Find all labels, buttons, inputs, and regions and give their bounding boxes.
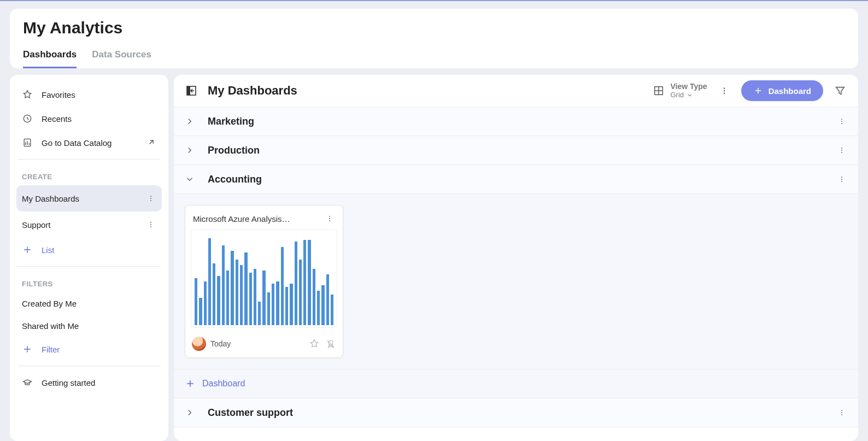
svg-point-24 (329, 218, 330, 219)
chevron-right-icon (185, 116, 195, 126)
svg-point-7 (150, 226, 151, 227)
divider (17, 266, 161, 267)
kebab-icon[interactable] (145, 192, 156, 205)
tab-data-sources[interactable]: Data Sources (92, 49, 151, 68)
new-dashboard-button[interactable]: Dashboard (741, 80, 823, 101)
folder-row-production[interactable]: Production (174, 136, 858, 165)
svg-point-6 (150, 224, 151, 225)
sidebar-getting-started[interactable]: Getting started (16, 371, 162, 395)
folder-name: Marketing (208, 116, 254, 127)
filter-button[interactable] (833, 84, 847, 98)
star-outline-icon[interactable] (309, 338, 320, 349)
header-card: My Analytics Dashboards Data Sources (10, 9, 858, 68)
sidebar-label: Created By Me (22, 299, 77, 308)
svg-point-29 (841, 414, 842, 415)
svg-point-12 (723, 90, 725, 92)
sidebar-label: Recents (42, 114, 72, 124)
sidebar-item-recents[interactable]: Recents (16, 107, 162, 131)
dashboard-card[interactable]: Microsoft Azure Analysis… Today (185, 205, 343, 358)
add-dashboard-row[interactable]: Dashboard (174, 369, 858, 398)
folder-content-accounting: Microsoft Azure Analysis… Today (174, 194, 858, 369)
svg-point-21 (841, 179, 842, 180)
kebab-icon[interactable] (836, 144, 847, 157)
svg-rect-8 (187, 86, 190, 95)
kebab-icon[interactable] (836, 406, 847, 419)
svg-point-22 (841, 181, 842, 182)
sidebar: Favorites Recents Go to Data Catalog CRE… (10, 75, 168, 441)
sidebar-label: Shared with Me (22, 321, 79, 331)
sidebar-filter-shared-with-me[interactable]: Shared with Me (16, 315, 162, 337)
svg-point-14 (841, 119, 842, 120)
page-title: My Analytics (23, 19, 845, 37)
folder-row-customer-support[interactable]: Customer support (174, 398, 858, 427)
graduation-cap-icon (22, 377, 33, 388)
section-create-label: CREATE (16, 164, 162, 185)
badge-off-icon[interactable] (325, 338, 336, 349)
clock-icon (22, 113, 33, 124)
folder-name: Accounting (208, 174, 262, 185)
sidebar-add-list[interactable]: List (16, 238, 162, 262)
main-title: My Dashboards (208, 84, 297, 98)
sidebar-label: Filter (42, 345, 60, 354)
sidebar-item-data-catalog[interactable]: Go to Data Catalog (16, 131, 162, 155)
folder-name: Production (208, 145, 260, 156)
svg-point-13 (723, 92, 725, 94)
folder-row-accounting[interactable]: Accounting (174, 165, 858, 194)
panel-collapse-icon[interactable] (185, 84, 198, 97)
avatar (192, 337, 206, 351)
svg-point-11 (723, 87, 725, 89)
svg-point-26 (329, 340, 333, 345)
plus-icon (22, 344, 33, 355)
main-panel: My Dashboards View Type Grid (174, 75, 858, 441)
sidebar-item-favorites[interactable]: Favorites (16, 83, 162, 107)
chevron-down-icon (686, 91, 694, 99)
chevron-right-icon (185, 145, 195, 155)
svg-point-17 (841, 148, 842, 149)
catalog-icon (22, 137, 33, 148)
svg-point-27 (841, 410, 842, 411)
plus-icon (185, 378, 196, 389)
kebab-icon[interactable] (324, 212, 335, 225)
card-title: Microsoft Azure Analysis… (193, 214, 290, 224)
external-link-icon (145, 137, 156, 148)
sidebar-item-my-dashboards[interactable]: My Dashboards (16, 185, 162, 211)
svg-point-20 (841, 177, 842, 178)
sidebar-label: My Dashboards (22, 194, 79, 203)
header-tabs: Dashboards Data Sources (23, 49, 845, 68)
svg-point-23 (329, 216, 330, 217)
sidebar-item-support[interactable]: Support (16, 211, 162, 238)
card-time: Today (210, 339, 231, 348)
svg-point-4 (150, 200, 151, 201)
grid-icon (653, 85, 665, 97)
svg-point-18 (841, 150, 842, 151)
kebab-icon[interactable] (145, 218, 156, 231)
main-toolbar: My Dashboards View Type Grid (174, 75, 858, 107)
kebab-icon[interactable] (836, 115, 847, 128)
svg-point-16 (841, 123, 842, 124)
svg-point-5 (150, 222, 151, 223)
viewtype-value: Grid (670, 91, 684, 99)
sidebar-add-filter[interactable]: Filter (16, 337, 162, 361)
sidebar-label: Support (22, 220, 51, 230)
divider (17, 159, 161, 160)
tab-dashboards[interactable]: Dashboards (23, 49, 77, 68)
new-dashboard-label: Dashboard (769, 86, 811, 96)
chevron-right-icon (185, 408, 195, 418)
svg-point-25 (329, 220, 330, 221)
card-chart (191, 230, 337, 328)
viewtype-label: View Type (670, 83, 707, 91)
folder-name: Customer support (208, 407, 293, 419)
folder-row-marketing[interactable]: Marketing (174, 107, 858, 136)
add-dashboard-label: Dashboard (202, 379, 245, 389)
divider (17, 366, 161, 366)
kebab-icon[interactable] (836, 173, 847, 186)
star-icon (22, 89, 33, 100)
sidebar-filter-created-by-me[interactable]: Created By Me (16, 292, 162, 315)
sidebar-label: Favorites (42, 90, 75, 99)
toolbar-more-button[interactable] (717, 84, 731, 98)
view-type-selector[interactable]: View Type Grid (653, 83, 707, 99)
sidebar-label: List (42, 245, 54, 255)
chevron-down-icon (185, 174, 195, 184)
plus-icon (753, 86, 763, 96)
section-filters-label: FILTERS (16, 271, 162, 292)
